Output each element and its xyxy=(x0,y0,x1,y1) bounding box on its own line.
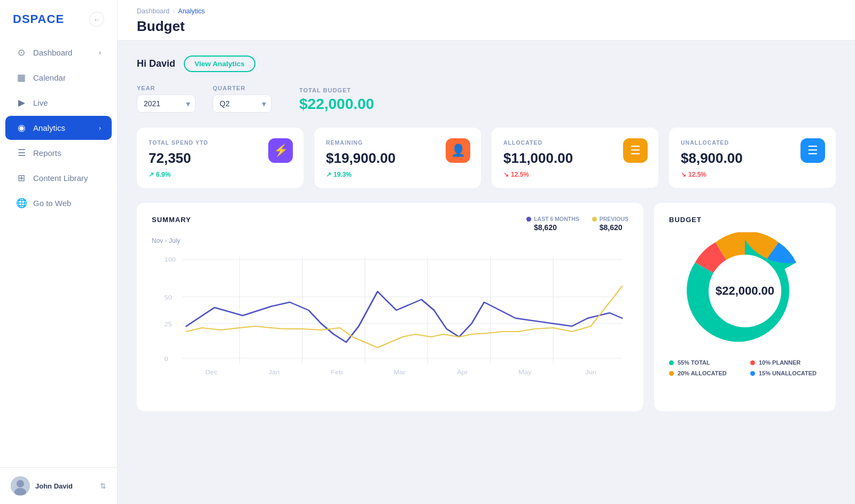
stat-card-0: TOTAL SPEND YTD 72,350 ↗ 6.9% ⚡ xyxy=(137,128,304,188)
stat-arrow-icon-2: ↘ xyxy=(503,171,509,178)
reports-icon: ☰ xyxy=(16,147,27,159)
view-analytics-button[interactable]: View Analytics xyxy=(184,56,255,72)
year-select-wrap: 2019 2020 2021 2022 xyxy=(137,94,196,113)
sidebar-item-calendar[interactable]: ▦ Calendar xyxy=(5,66,112,90)
donut-legend-dot-2 xyxy=(669,371,674,376)
quarter-select[interactable]: Q1 Q2 Q3 Q4 xyxy=(213,94,271,113)
user-name: John David xyxy=(35,482,95,490)
sidebar-item-analytics[interactable]: ◉ Analytics › xyxy=(5,116,112,140)
summary-svg: 100 50 25 0 xyxy=(152,249,628,398)
donut-legend-dot-0 xyxy=(669,360,674,365)
quarter-label: QUARTER xyxy=(213,85,271,91)
donut-legend-label-3: 15% UNALLOCATED xyxy=(759,370,817,376)
donut-center-value: $22,000.00 xyxy=(716,284,774,298)
donut-legend-label-1: 10% PLANNER xyxy=(759,359,800,366)
nav-chevron-dashboard-icon: › xyxy=(99,49,101,57)
avatar xyxy=(11,476,30,495)
legend-dot-0 xyxy=(526,217,531,222)
year-label: YEAR xyxy=(137,85,196,91)
svg-text:Jan: Jan xyxy=(268,369,279,376)
legend-item-1: PREVIOUS $8,620 xyxy=(592,216,628,232)
dashboard-icon: ⊙ xyxy=(16,47,27,58)
svg-text:Apr: Apr xyxy=(457,369,468,376)
chart-date-range: Nov - July xyxy=(152,237,628,245)
legend-dot-1 xyxy=(592,217,597,222)
legend-label-0: LAST 6 MONTHS xyxy=(534,216,579,222)
donut-legend-item-2: 20% ALLOCATED xyxy=(669,370,740,376)
stat-change-1: ↗ 19.3% xyxy=(326,171,469,178)
stat-card-1: REMAINING $19,900.00 ↗ 19.3% 👤 xyxy=(314,128,481,188)
sidebar-label-analytics: Analytics xyxy=(33,123,65,132)
go-to-web-icon: 🌐 xyxy=(16,198,27,209)
year-select[interactable]: 2019 2020 2021 2022 xyxy=(137,94,196,113)
sidebar-user-footer[interactable]: John David ⇅ xyxy=(0,467,117,504)
nav-chevron-analytics-icon: › xyxy=(99,124,101,132)
sidebar-label-live: Live xyxy=(33,98,48,107)
breadcrumb-analytics: Analytics xyxy=(178,7,205,15)
summary-chart-card: SUMMARY LAST 6 MONTHS $8,620 PREVIOUS $8… xyxy=(137,203,643,411)
stat-change-3: ↘ 12.5% xyxy=(681,171,824,178)
chart-svg-wrap: 100 50 25 0 xyxy=(152,249,628,400)
breadcrumb-separator: › xyxy=(173,7,175,15)
donut-legend-label-0: 55% TOTAL xyxy=(678,359,710,366)
sidebar: DSPACE ← ⊙ Dashboard › ▦ Calendar ▶ Live… xyxy=(0,0,118,504)
donut-legend-dot-3 xyxy=(750,371,755,376)
sidebar-logo-area: DSPACE ← xyxy=(0,0,117,35)
sidebar-nav: ⊙ Dashboard › ▦ Calendar ▶ Live ◉ Analyt… xyxy=(0,35,117,467)
svg-text:25: 25 xyxy=(164,321,172,328)
stat-card-2: ALLOCATED $11,000.00 ↘ 12.5% ☰ xyxy=(492,128,658,188)
sidebar-item-live[interactable]: ▶ Live xyxy=(5,91,112,115)
donut-legend-item-1: 10% PLANNER xyxy=(750,359,821,366)
quarter-select-wrap: Q1 Q2 Q3 Q4 xyxy=(213,94,271,113)
analytics-icon: ◉ xyxy=(16,122,27,133)
legend-item-0: LAST 6 MONTHS $8,620 xyxy=(526,216,579,232)
greeting-text: Hi David xyxy=(137,58,175,69)
sidebar-item-dashboard[interactable]: ⊙ Dashboard › xyxy=(5,41,112,65)
chart-title: SUMMARY xyxy=(152,216,191,224)
budget-chart-title: BUDGET xyxy=(669,216,821,224)
sidebar-collapse-button[interactable]: ← xyxy=(89,12,104,27)
svg-text:Jun: Jun xyxy=(585,369,596,376)
svg-text:50: 50 xyxy=(164,294,172,301)
svg-text:100: 100 xyxy=(164,256,176,263)
svg-text:0: 0 xyxy=(164,356,168,363)
content-library-icon: ⊞ xyxy=(16,172,27,184)
page-content: Hi David View Analytics YEAR 2019 2020 2… xyxy=(118,41,855,426)
svg-text:Feb: Feb xyxy=(331,369,343,376)
stat-icon-2: ☰ xyxy=(623,138,648,163)
stat-icon-3: ☰ xyxy=(800,138,825,163)
app-logo: DSPACE xyxy=(13,12,64,26)
legend-value-0: $8,620 xyxy=(534,223,557,232)
sidebar-item-go-to-web[interactable]: 🌐 Go to Web xyxy=(5,191,112,215)
chart-legend: LAST 6 MONTHS $8,620 PREVIOUS $8,620 xyxy=(526,216,628,232)
stat-change-2: ↘ 12.5% xyxy=(503,171,647,178)
top-bar: Dashboard › Analytics Budget xyxy=(118,0,855,41)
quarter-filter-group: QUARTER Q1 Q2 Q3 Q4 xyxy=(213,85,271,113)
sidebar-item-reports[interactable]: ☰ Reports xyxy=(5,141,112,165)
total-budget-value: $22,000.00 xyxy=(299,96,374,113)
stat-arrow-icon-3: ↘ xyxy=(681,171,686,178)
page-title: Budget xyxy=(137,18,836,35)
breadcrumb: Dashboard › Analytics xyxy=(137,7,836,15)
breadcrumb-dashboard[interactable]: Dashboard xyxy=(137,7,169,15)
legend-value-1: $8,620 xyxy=(600,223,623,232)
svg-text:May: May xyxy=(518,369,531,376)
donut-legend-dot-1 xyxy=(750,360,755,365)
sidebar-label-content-library: Content Library xyxy=(33,174,88,183)
donut-legend-item-3: 15% UNALLOCATED xyxy=(750,370,821,376)
chart-header: SUMMARY LAST 6 MONTHS $8,620 PREVIOUS $8… xyxy=(152,216,628,232)
main-content: Dashboard › Analytics Budget Hi David Vi… xyxy=(118,0,855,504)
svg-text:Mar: Mar xyxy=(393,369,405,376)
total-budget-label: TOTAL BUDGET xyxy=(299,87,374,93)
donut-legend: 55% TOTAL 10% PLANNER 20% ALLOCATED 15% … xyxy=(669,359,821,376)
stat-arrow-icon-1: ↗ xyxy=(326,171,331,178)
donut-wrap: $22,000.00 xyxy=(686,232,804,350)
stat-change-0: ↗ 6.9% xyxy=(149,171,292,178)
sidebar-item-content-library[interactable]: ⊞ Content Library xyxy=(5,166,112,190)
legend-label-1: PREVIOUS xyxy=(600,216,628,222)
sidebar-label-dashboard: Dashboard xyxy=(33,48,72,57)
stat-card-3: UNALLOCATED $8,900.00 ↘ 12.5% ☰ xyxy=(669,128,836,188)
greeting-row: Hi David View Analytics xyxy=(137,56,836,72)
sidebar-label-reports: Reports xyxy=(33,148,61,158)
stat-arrow-icon-0: ↗ xyxy=(149,171,154,178)
